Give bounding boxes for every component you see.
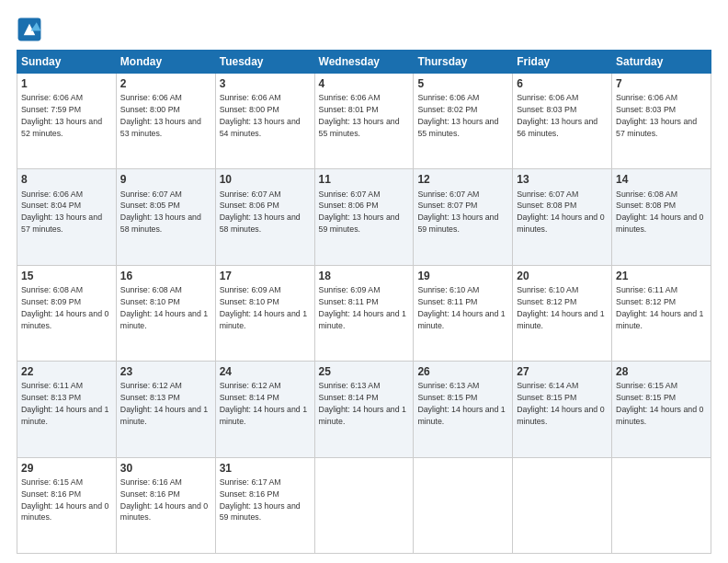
calendar-cell: 9Sunrise: 6:07 AMSunset: 8:05 PMDaylight…: [116, 169, 215, 265]
weekday-saturday: Saturday: [612, 51, 711, 74]
calendar-cell: 1Sunrise: 6:06 AMSunset: 7:59 PMDaylight…: [17, 74, 117, 169]
day-number: 6: [517, 76, 608, 91]
day-info: Sunrise: 6:06 AMSunset: 8:03 PMDaylight:…: [517, 93, 597, 138]
day-number: 14: [616, 172, 707, 187]
day-number: 17: [220, 269, 311, 283]
day-info: Sunrise: 6:07 AMSunset: 8:07 PMDaylight:…: [417, 190, 498, 235]
calendar-cell: 25Sunrise: 6:13 AMSunset: 8:14 PMDayligh…: [314, 362, 414, 457]
weekday-header-row: SundayMondayTuesdayWednesdayThursdayFrid…: [17, 51, 711, 74]
calendar-cell: 20Sunrise: 6:10 AMSunset: 8:12 PMDayligh…: [513, 265, 612, 361]
calendar-cell: 15Sunrise: 6:08 AMSunset: 8:09 PMDayligh…: [17, 265, 117, 361]
day-number: 22: [21, 364, 112, 379]
day-info: Sunrise: 6:10 AMSunset: 8:12 PMDaylight:…: [517, 285, 604, 330]
weekday-wednesday: Wednesday: [314, 51, 414, 74]
day-info: Sunrise: 6:15 AMSunset: 8:15 PMDaylight:…: [616, 381, 703, 426]
calendar-cell: 22Sunrise: 6:11 AMSunset: 8:13 PMDayligh…: [17, 362, 117, 457]
calendar-cell: [314, 457, 414, 553]
day-number: 2: [120, 76, 211, 91]
day-number: 7: [616, 76, 707, 91]
calendar-cell: 6Sunrise: 6:06 AMSunset: 8:03 PMDaylight…: [513, 74, 612, 169]
day-number: 9: [120, 172, 211, 187]
day-info: Sunrise: 6:08 AMSunset: 8:09 PMDaylight:…: [21, 285, 108, 330]
calendar-table: SundayMondayTuesdayWednesdayThursdayFrid…: [17, 50, 711, 554]
day-number: 5: [417, 76, 508, 91]
day-number: 31: [220, 461, 311, 476]
day-number: 12: [417, 172, 508, 187]
day-info: Sunrise: 6:13 AMSunset: 8:15 PMDaylight:…: [417, 381, 505, 426]
calendar-cell: [612, 457, 711, 553]
day-number: 16: [120, 269, 211, 283]
logo: [17, 17, 46, 42]
day-info: Sunrise: 6:06 AMSunset: 8:03 PMDaylight:…: [616, 93, 697, 138]
week-row-1: 1Sunrise: 6:06 AMSunset: 7:59 PMDaylight…: [17, 74, 711, 169]
calendar-cell: 10Sunrise: 6:07 AMSunset: 8:06 PMDayligh…: [215, 169, 314, 265]
day-number: 20: [517, 269, 608, 283]
day-info: Sunrise: 6:06 AMSunset: 8:04 PMDaylight:…: [21, 190, 102, 235]
weekday-sunday: Sunday: [17, 51, 117, 74]
day-info: Sunrise: 6:16 AMSunset: 8:16 PMDaylight:…: [120, 477, 208, 523]
calendar-cell: 21Sunrise: 6:11 AMSunset: 8:12 PMDayligh…: [612, 265, 711, 361]
weekday-friday: Friday: [513, 51, 612, 74]
day-info: Sunrise: 6:11 AMSunset: 8:13 PMDaylight:…: [21, 381, 108, 426]
day-number: 25: [319, 364, 410, 379]
day-number: 27: [517, 364, 608, 379]
day-number: 15: [21, 269, 112, 283]
logo-icon: [17, 17, 42, 42]
day-info: Sunrise: 6:13 AMSunset: 8:14 PMDaylight:…: [319, 381, 406, 426]
calendar-cell: 2Sunrise: 6:06 AMSunset: 8:00 PMDaylight…: [116, 74, 215, 169]
day-number: 1: [21, 76, 112, 91]
calendar-cell: 14Sunrise: 6:08 AMSunset: 8:08 PMDayligh…: [612, 169, 711, 265]
day-number: 29: [21, 461, 112, 476]
week-row-5: 29Sunrise: 6:15 AMSunset: 8:16 PMDayligh…: [17, 457, 711, 553]
header: [17, 17, 711, 42]
day-info: Sunrise: 6:09 AMSunset: 8:11 PMDaylight:…: [319, 285, 406, 330]
calendar-cell: 19Sunrise: 6:10 AMSunset: 8:11 PMDayligh…: [414, 265, 513, 361]
week-row-4: 22Sunrise: 6:11 AMSunset: 8:13 PMDayligh…: [17, 362, 711, 457]
calendar-cell: [513, 457, 612, 553]
day-info: Sunrise: 6:10 AMSunset: 8:11 PMDaylight:…: [417, 285, 505, 330]
day-number: 8: [21, 172, 112, 187]
day-number: 4: [319, 76, 410, 91]
day-info: Sunrise: 6:12 AMSunset: 8:14 PMDaylight:…: [220, 381, 307, 426]
day-info: Sunrise: 6:06 AMSunset: 7:59 PMDaylight:…: [21, 93, 102, 138]
day-info: Sunrise: 6:06 AMSunset: 8:01 PMDaylight:…: [319, 93, 400, 138]
calendar-cell: 31Sunrise: 6:17 AMSunset: 8:16 PMDayligh…: [215, 457, 314, 553]
day-info: Sunrise: 6:07 AMSunset: 8:08 PMDaylight:…: [517, 190, 604, 235]
calendar-cell: 17Sunrise: 6:09 AMSunset: 8:10 PMDayligh…: [215, 265, 314, 361]
day-number: 13: [517, 172, 608, 187]
day-number: 19: [417, 269, 508, 283]
day-info: Sunrise: 6:09 AMSunset: 8:10 PMDaylight:…: [220, 285, 307, 330]
day-info: Sunrise: 6:14 AMSunset: 8:15 PMDaylight:…: [517, 381, 604, 426]
day-info: Sunrise: 6:08 AMSunset: 8:08 PMDaylight:…: [616, 190, 703, 235]
calendar-cell: 28Sunrise: 6:15 AMSunset: 8:15 PMDayligh…: [612, 362, 711, 457]
calendar-cell: 5Sunrise: 6:06 AMSunset: 8:02 PMDaylight…: [414, 74, 513, 169]
day-number: 28: [616, 364, 707, 379]
day-number: 10: [220, 172, 311, 187]
day-number: 21: [616, 269, 707, 283]
day-info: Sunrise: 6:07 AMSunset: 8:06 PMDaylight:…: [220, 190, 301, 235]
calendar-cell: 26Sunrise: 6:13 AMSunset: 8:15 PMDayligh…: [414, 362, 513, 457]
day-number: 23: [120, 364, 211, 379]
calendar-cell: 8Sunrise: 6:06 AMSunset: 8:04 PMDaylight…: [17, 169, 117, 265]
day-info: Sunrise: 6:15 AMSunset: 8:16 PMDaylight:…: [21, 477, 108, 523]
day-info: Sunrise: 6:07 AMSunset: 8:05 PMDaylight:…: [120, 190, 201, 235]
calendar-cell: 23Sunrise: 6:12 AMSunset: 8:13 PMDayligh…: [116, 362, 215, 457]
day-number: 24: [220, 364, 311, 379]
week-row-2: 8Sunrise: 6:06 AMSunset: 8:04 PMDaylight…: [17, 169, 711, 265]
calendar-cell: 12Sunrise: 6:07 AMSunset: 8:07 PMDayligh…: [414, 169, 513, 265]
page: SundayMondayTuesdayWednesdayThursdayFrid…: [0, 0, 728, 563]
calendar-cell: 27Sunrise: 6:14 AMSunset: 8:15 PMDayligh…: [513, 362, 612, 457]
day-info: Sunrise: 6:17 AMSunset: 8:16 PMDaylight:…: [220, 477, 301, 523]
calendar-cell: 11Sunrise: 6:07 AMSunset: 8:06 PMDayligh…: [314, 169, 414, 265]
calendar-cell: 18Sunrise: 6:09 AMSunset: 8:11 PMDayligh…: [314, 265, 414, 361]
calendar-cell: 24Sunrise: 6:12 AMSunset: 8:14 PMDayligh…: [215, 362, 314, 457]
day-number: 26: [417, 364, 508, 379]
day-info: Sunrise: 6:12 AMSunset: 8:13 PMDaylight:…: [120, 381, 208, 426]
day-info: Sunrise: 6:06 AMSunset: 8:00 PMDaylight:…: [120, 93, 201, 138]
day-info: Sunrise: 6:07 AMSunset: 8:06 PMDaylight:…: [319, 190, 400, 235]
day-info: Sunrise: 6:08 AMSunset: 8:10 PMDaylight:…: [120, 285, 208, 330]
day-info: Sunrise: 6:06 AMSunset: 8:00 PMDaylight:…: [220, 93, 301, 138]
day-number: 11: [319, 172, 410, 187]
day-info: Sunrise: 6:06 AMSunset: 8:02 PMDaylight:…: [417, 93, 498, 138]
day-info: Sunrise: 6:11 AMSunset: 8:12 PMDaylight:…: [616, 285, 703, 330]
